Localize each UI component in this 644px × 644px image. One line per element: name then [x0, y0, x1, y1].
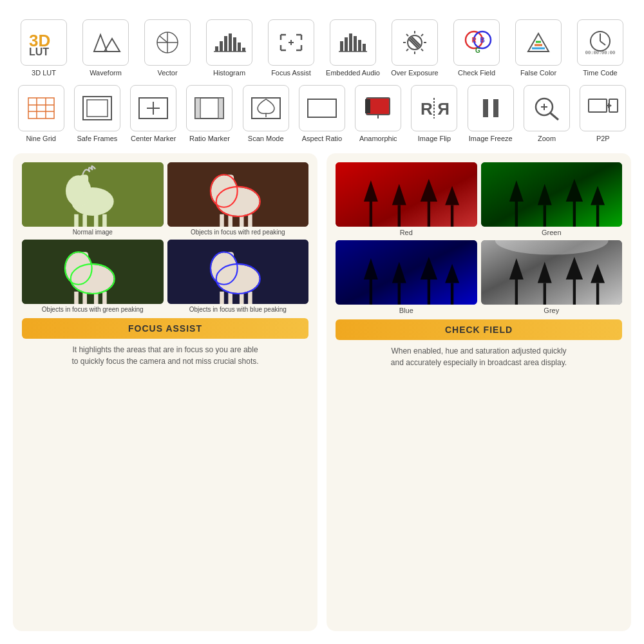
icon-item-aspect-ratio[interactable]: Aspect Ratio — [294, 85, 350, 143]
svg-text:00:00:00:00: 00:00:00:00 — [585, 50, 615, 55]
scan-mode-icon — [249, 94, 283, 122]
icon-box-image-freeze — [468, 85, 514, 131]
icon-box-ratio-marker — [186, 85, 232, 131]
icon-item-waveform[interactable]: Waveform — [77, 19, 134, 77]
image-label-green: Objects in focus with green peaking — [42, 306, 144, 313]
icon-item-scan-mode[interactable]: Scan Mode — [238, 85, 294, 143]
icon-box-scan-mode — [243, 85, 289, 131]
zoom-icon — [530, 94, 564, 122]
svg-rect-100 — [248, 214, 252, 227]
check-field-panel: Red — [327, 153, 631, 631]
svg-rect-20 — [349, 33, 352, 52]
svg-line-49 — [600, 41, 605, 45]
icon-item-zoom[interactable]: Zoom — [518, 85, 574, 143]
horse-green-image — [22, 240, 164, 304]
icon-label-anamorphic: Anamorphic — [359, 135, 397, 143]
icon-item-check-field[interactable]: R B G Check Field — [448, 19, 505, 77]
svg-rect-131 — [451, 205, 453, 227]
svg-text:B: B — [480, 37, 484, 44]
svg-rect-130 — [428, 202, 430, 227]
focus-assist-desc: It highlights the areas that are in focu… — [22, 344, 308, 367]
icon-item-focus-assist[interactable]: Focus Assist — [263, 19, 319, 77]
icon-label-waveform: Waveform — [90, 69, 122, 77]
icon-item-center-marker[interactable]: Center Marker — [126, 85, 182, 143]
channel-cell-green: Green — [481, 162, 623, 236]
svg-rect-132 — [481, 162, 623, 227]
icon-label-3dlut: 3D LUT — [32, 69, 56, 77]
icon-item-safe-frames[interactable]: Safe Frames — [69, 85, 125, 143]
icon-box-nine-grid — [18, 85, 64, 131]
icon-item-false-color[interactable]: False Color — [510, 19, 567, 77]
page: 3D LUT 3D LUT Waveform — [0, 0, 644, 644]
svg-rect-140 — [596, 205, 598, 227]
svg-rect-21 — [354, 36, 357, 52]
svg-rect-67 — [308, 99, 336, 117]
svg-rect-90 — [82, 214, 87, 227]
svg-rect-146 — [370, 279, 372, 305]
svg-rect-110 — [102, 292, 107, 304]
icon-item-nine-grid[interactable]: Nine Grid — [13, 85, 69, 143]
image-label-normal: Normal image — [73, 229, 113, 236]
image-label-red: Objects in focus with red peaking — [191, 229, 285, 236]
svg-rect-120 — [248, 292, 252, 304]
channel-cell-red: Red — [336, 162, 477, 236]
icon-item-embedded-audio[interactable]: Embedded Audio — [325, 19, 381, 77]
svg-rect-63 — [195, 98, 200, 118]
svg-line-7 — [160, 36, 167, 43]
vector-icon — [151, 28, 184, 57]
icon-item-image-freeze[interactable]: Image Freeze — [462, 85, 518, 143]
image-cell-normal: Normal image — [22, 162, 164, 236]
icon-box-embedded-audio — [330, 19, 376, 66]
icon-item-histogram[interactable]: Histogram — [201, 19, 258, 77]
icon-row-1: 3D LUT 3D LUT Waveform — [13, 19, 631, 77]
horse-blue-image — [167, 240, 309, 304]
horse-red-image — [167, 162, 309, 227]
embedded-audio-icon — [336, 28, 370, 57]
svg-rect-18 — [340, 41, 343, 52]
icon-label-image-freeze: Image Freeze — [469, 135, 513, 143]
icon-box-image-flip: R R — [411, 85, 457, 131]
icon-box-focus-assist — [268, 19, 314, 66]
focus-assist-icon — [274, 28, 308, 57]
svg-rect-19 — [345, 37, 348, 52]
channel-cell-blue: Blue — [336, 240, 477, 314]
svg-rect-117 — [220, 292, 224, 304]
svg-text:R: R — [471, 37, 477, 44]
icon-item-anamorphic[interactable]: Anamorphic — [350, 85, 406, 143]
image-label-blue: Objects in focus with blue peaking — [189, 306, 287, 313]
histogram-icon — [213, 28, 246, 57]
svg-rect-51 — [28, 98, 54, 118]
channel-label-grey: Grey — [544, 307, 559, 314]
icon-label-focus-assist: Focus Assist — [271, 69, 311, 77]
svg-rect-11 — [229, 33, 232, 52]
svg-rect-123 — [336, 162, 477, 227]
svg-rect-147 — [398, 283, 401, 305]
image-cell-green: Objects in focus with green peaking — [22, 240, 164, 313]
svg-rect-89 — [74, 214, 79, 227]
image-freeze-icon — [474, 94, 507, 122]
center-marker-icon — [137, 94, 170, 122]
svg-rect-141 — [336, 240, 477, 305]
icon-item-3dlut[interactable]: 3D LUT 3D LUT — [15, 19, 72, 77]
icon-box-zoom — [524, 85, 570, 131]
icon-item-ratio-marker[interactable]: Ratio Marker — [182, 85, 238, 143]
icon-item-vector[interactable]: Vector — [139, 19, 196, 77]
icon-label-histogram: Histogram — [213, 69, 245, 77]
svg-rect-107 — [74, 292, 79, 304]
svg-text:LUT: LUT — [29, 46, 49, 57]
icon-label-image-flip: Image Flip — [418, 135, 451, 143]
icon-box-center-marker — [130, 85, 176, 131]
icon-item-image-flip[interactable]: R R Image Flip — [406, 85, 462, 143]
channel-images: Red — [336, 162, 622, 314]
nine-grid-icon — [24, 94, 58, 122]
svg-rect-129 — [398, 205, 401, 227]
icon-box-check-field: R B G — [453, 19, 500, 66]
icon-item-p2p[interactable]: P2P — [575, 85, 631, 143]
svg-rect-139 — [573, 202, 575, 227]
svg-rect-64 — [218, 98, 223, 118]
icon-item-over-exposure[interactable]: Over Exposure — [386, 19, 443, 77]
icon-label-zoom: Zoom — [538, 135, 556, 143]
svg-rect-155 — [515, 279, 517, 305]
icon-item-time-code[interactable]: 00:00:00:00 Time Code — [572, 19, 629, 77]
p2p-icon — [586, 94, 620, 122]
